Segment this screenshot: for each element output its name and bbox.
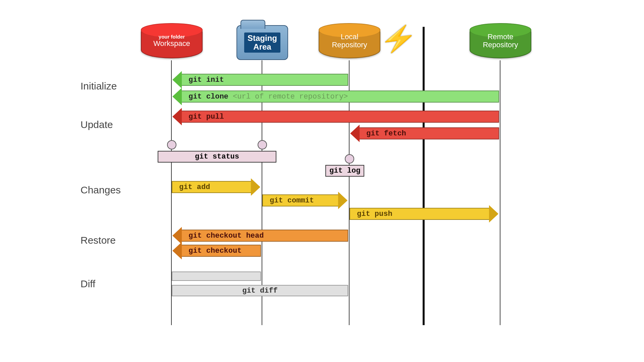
section-update: Update: [80, 119, 113, 130]
arrow-git-push: git push: [350, 208, 490, 220]
cmd-pull: git pull: [189, 113, 224, 121]
network-divider: [423, 27, 425, 325]
section-restore: Restore: [80, 235, 116, 246]
arrow-git-commit: git commit: [262, 194, 339, 206]
arrow-git-init: git init: [181, 74, 348, 86]
bar-git-diff: git diff: [172, 285, 348, 296]
staging-title: Staging Area: [248, 34, 277, 51]
node-workspace: your folder Workspace: [141, 23, 203, 58]
bar-diff-top: [172, 272, 261, 281]
lifeline-remote: [500, 60, 500, 325]
local-title: Local Repository: [319, 33, 380, 49]
cmd-checkout-head: git checkout head: [189, 232, 264, 240]
arrow-git-fetch: git fetch: [359, 127, 499, 139]
node-staging: Staging Area: [236, 25, 288, 60]
cmd-commit: git commit: [270, 196, 314, 205]
cmd-add: git add: [179, 183, 210, 191]
cmd-clone: git clone: [189, 93, 228, 101]
remote-title: Remote Repository: [470, 33, 531, 49]
section-changes: Changes: [80, 184, 121, 196]
dot-local: [345, 154, 354, 164]
arrow-git-checkout-head: git checkout head: [181, 230, 348, 242]
section-diff: Diff: [80, 278, 95, 290]
arrow-git-checkout: git checkout: [181, 245, 261, 257]
box-git-log: git log: [325, 165, 364, 177]
arrow-git-add: git add: [172, 181, 252, 193]
dot-staging: [258, 140, 267, 149]
box-git-status: git status: [158, 151, 276, 163]
cmd-checkout: git checkout: [189, 247, 241, 255]
arrow-git-clone: git clone <url of remote repository>: [181, 90, 499, 103]
cmd-push: git push: [357, 210, 392, 218]
cmd-init: git init: [189, 76, 224, 84]
workspace-title: Workspace: [142, 40, 202, 48]
dot-workspace: [167, 140, 176, 149]
arrow-git-pull: git pull: [181, 111, 499, 123]
cmd-clone-arg: <url of remote repository>: [233, 93, 348, 101]
cmd-fetch: git fetch: [366, 129, 406, 138]
network-icon: ⚡: [375, 23, 422, 55]
cmd-log: git log: [329, 167, 360, 175]
section-initialize: Initialize: [80, 80, 117, 92]
node-remote: Remote Repository: [470, 23, 531, 58]
git-flow-diagram: your folder Workspace Staging Area Local…: [70, 7, 574, 342]
cmd-diff: git diff: [242, 287, 278, 295]
cmd-status: git status: [195, 153, 239, 161]
workspace-subtitle: your folder: [142, 34, 202, 40]
node-local: Local Repository: [319, 23, 380, 58]
